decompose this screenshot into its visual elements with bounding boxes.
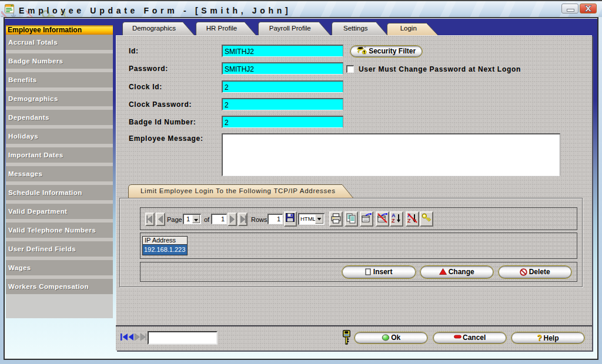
svg-text:Z: Z — [392, 218, 395, 224]
svg-text:Z: Z — [407, 218, 411, 224]
